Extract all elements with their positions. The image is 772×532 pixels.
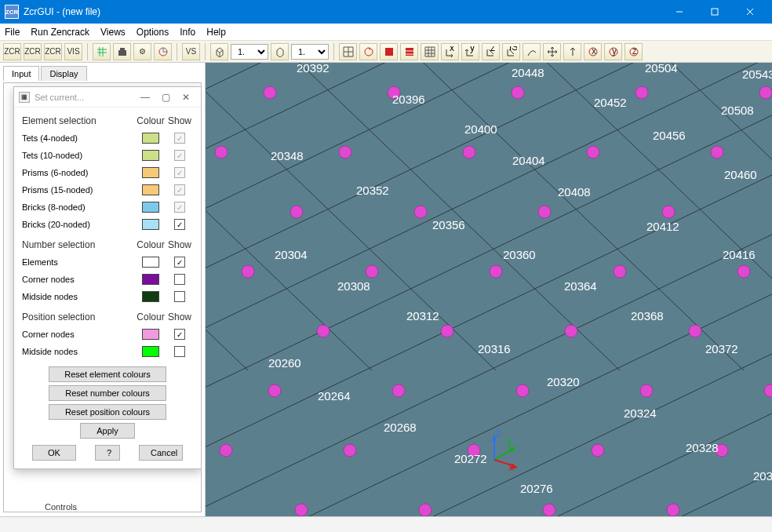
element-show-checkbox[interactable]: ✓	[174, 219, 185, 230]
tool-curve-icon[interactable]	[523, 43, 541, 60]
mesh-node	[592, 444, 604, 457]
tool-axis-x-icon[interactable]: x	[441, 43, 459, 60]
number-show-checkbox[interactable]	[174, 291, 185, 302]
element-number-label: 20304	[275, 248, 308, 261]
element-colour-swatch[interactable]	[142, 184, 159, 195]
tool-vs[interactable]: VS	[182, 43, 200, 60]
element-colour-swatch[interactable]	[142, 219, 159, 230]
number-colour-swatch[interactable]	[142, 274, 159, 285]
tool-zcr-1[interactable]: ZCR	[3, 43, 21, 60]
menu-info[interactable]: Info	[180, 27, 195, 38]
tool-circle-red-icon[interactable]	[359, 43, 377, 60]
mesh-node	[419, 504, 432, 516]
position-show-checkbox[interactable]	[174, 346, 185, 357]
element-number-label: 20404	[512, 154, 545, 167]
tool-rotate-z-icon[interactable]: z	[625, 43, 643, 60]
tool-cube-2-icon[interactable]	[271, 43, 289, 60]
tool-rotate-x-icon[interactable]: x	[584, 43, 602, 60]
tool-zcr-2[interactable]: ZCR	[24, 43, 42, 60]
tool-gear-icon[interactable]: ⚙	[133, 43, 151, 60]
element-col1: Colour	[135, 115, 166, 126]
tool-zcr-3[interactable]: ZCR	[44, 43, 62, 60]
tool-block-icon[interactable]	[113, 43, 131, 60]
mesh-node	[290, 206, 303, 218]
scale-select-2[interactable]: 1.0	[291, 44, 329, 60]
element-number-label: 20456	[653, 129, 686, 142]
tool-rotate-y-icon[interactable]: y	[604, 43, 622, 60]
mesh-node	[414, 206, 427, 218]
menu-run-zencrack[interactable]: Run Zencrack	[31, 27, 89, 38]
number-show-checkbox[interactable]: ✓	[174, 257, 185, 268]
element-number-label: 20352	[356, 184, 389, 197]
element-number-label: 20408	[558, 185, 591, 199]
reset-element-colours-button[interactable]: Reset element colours	[49, 366, 166, 382]
position-row: Corner nodes✓	[22, 326, 193, 343]
element-show-checkbox[interactable]: ✓	[174, 184, 185, 195]
menu-views[interactable]: Views	[100, 27, 126, 38]
element-row: Tets (4-noded)✓	[22, 129, 193, 147]
element-row: Bricks (20-noded)✓	[22, 216, 193, 233]
mesh-node	[392, 384, 405, 397]
reset-position-colours-button[interactable]: Reset position colours	[49, 404, 166, 420]
tool-axis-z-icon[interactable]: z	[482, 43, 500, 60]
mesh-node	[711, 146, 723, 159]
number-colour-swatch[interactable]	[142, 291, 159, 302]
number-label: Corner nodes	[22, 275, 135, 284]
viewport[interactable]: 2039220448205042054320396204522050820400…	[206, 63, 772, 516]
element-show-checkbox[interactable]: ✓	[174, 202, 185, 213]
number-colour-swatch[interactable]	[142, 257, 159, 268]
mesh-node	[366, 265, 378, 278]
element-colour-swatch[interactable]	[142, 133, 159, 144]
maximize-button[interactable]	[697, 0, 732, 24]
element-show-checkbox[interactable]: ✓	[174, 150, 185, 161]
element-number-label: 20356	[432, 218, 465, 231]
element-colour-swatch[interactable]	[142, 202, 159, 213]
element-colour-swatch[interactable]	[142, 167, 159, 178]
tool-vis[interactable]: VIS	[64, 43, 82, 60]
element-number-label: 20324	[624, 406, 657, 420]
dialog-maximize-button[interactable]: ▢	[155, 88, 176, 107]
element-colour-swatch[interactable]	[142, 150, 159, 161]
tool-grid2-icon[interactable]	[421, 43, 439, 60]
element-number-label: 20316	[478, 342, 511, 355]
tool-hatch-red-icon[interactable]	[400, 43, 418, 60]
tool-chart-icon[interactable]	[154, 43, 172, 60]
menu-options[interactable]: Options	[137, 27, 169, 38]
cancel-button[interactable]: Cancel	[139, 445, 183, 461]
position-show-checkbox[interactable]: ✓	[174, 329, 185, 340]
triad-y-label: y	[507, 435, 512, 446]
apply-button[interactable]: Apply	[80, 423, 135, 439]
tab-input[interactable]: Input	[3, 66, 39, 81]
menu-help[interactable]: Help	[206, 27, 226, 38]
number-show-checkbox[interactable]	[174, 274, 185, 285]
position-col2: Show	[166, 312, 193, 322]
mesh-node	[635, 86, 648, 99]
help-button[interactable]: ?	[95, 445, 120, 461]
position-sec-head: Position selection	[22, 312, 135, 322]
svg-line-27	[206, 63, 744, 370]
position-colour-swatch[interactable]	[142, 329, 159, 340]
tool-up-icon[interactable]	[563, 43, 581, 60]
dialog-close-button[interactable]: ✕	[176, 88, 196, 107]
menu-file[interactable]: File	[5, 27, 20, 38]
element-show-checkbox[interactable]: ✓	[174, 167, 185, 178]
tool-iso-icon[interactable]: ISO	[502, 43, 520, 60]
tab-display[interactable]: Display	[41, 66, 86, 81]
tool-move-icon[interactable]	[543, 43, 561, 60]
tool-cube-1-icon[interactable]	[210, 43, 228, 60]
element-show-checkbox[interactable]: ✓	[174, 133, 185, 144]
reset-number-colours-button[interactable]: Reset number colours	[49, 385, 166, 401]
scale-select-1[interactable]: 1.0	[231, 44, 268, 60]
number-sec-head: Number selection	[22, 239, 135, 250]
tool-mesh-icon[interactable]	[339, 43, 357, 60]
mesh-node	[640, 384, 653, 397]
dialog-minimize-button[interactable]: —	[135, 88, 155, 107]
tool-axis-y-icon[interactable]: y	[461, 43, 479, 60]
tool-grid-icon[interactable]	[93, 43, 111, 60]
position-colour-swatch[interactable]	[142, 346, 159, 357]
close-button[interactable]	[732, 0, 767, 24]
tab-content: Controls ▦ Set current... — ▢ ✕ Element …	[3, 82, 202, 512]
minimize-button[interactable]	[661, 0, 697, 24]
tool-square-red-icon[interactable]	[380, 43, 398, 60]
ok-button[interactable]: OK	[32, 445, 76, 461]
